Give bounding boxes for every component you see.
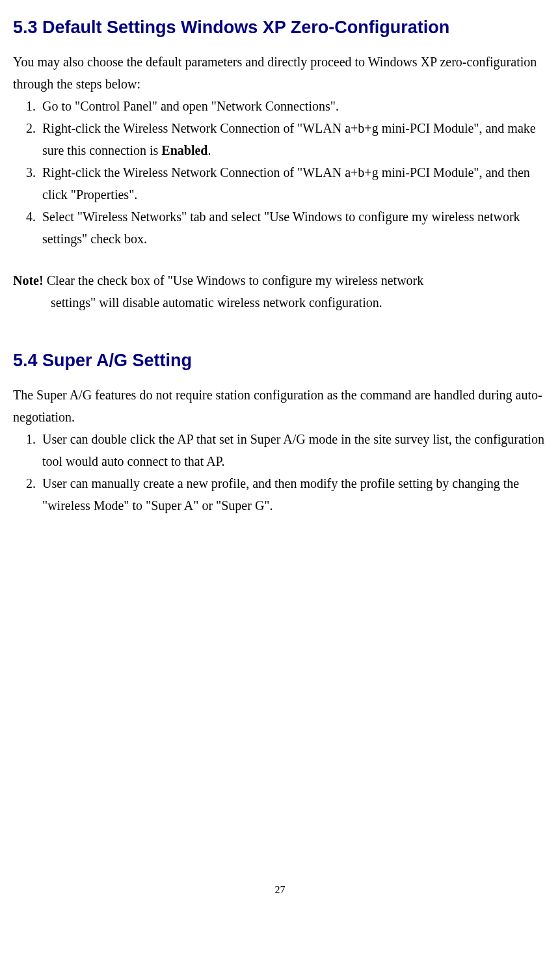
section-53-heading: 5.3 Default Settings Windows XP Zero-Con… — [13, 13, 547, 43]
list-item: Right-click the Wireless Network Connect… — [39, 161, 547, 206]
note-block: Note! Clear the check box of "Use Window… — [13, 269, 547, 314]
page-number: 27 — [13, 881, 547, 898]
list-item: User can double click the AP that set in… — [39, 428, 547, 472]
list-item: Go to "Control Panel" and open "Network … — [39, 95, 547, 117]
note-line2: settings" will disable automatic wireles… — [51, 291, 547, 314]
section-53-steps: Go to "Control Panel" and open "Network … — [13, 95, 547, 250]
section-54-steps: User can double click the AP that set in… — [13, 428, 547, 517]
step2-text: Right-click the Wireless Network Connect… — [42, 121, 536, 157]
list-item: Select "Wireless Networks" tab and selec… — [39, 206, 547, 250]
step2-bold: Enabled — [161, 143, 207, 157]
list-item: User can manually create a new profile, … — [39, 472, 547, 517]
section-54-heading: 5.4 Super A/G Setting — [13, 346, 547, 376]
step2-end: . — [207, 143, 211, 157]
section-53-intro: You may also choose the default paramete… — [13, 51, 547, 95]
note-label: Note! — [13, 273, 44, 288]
section-54-intro: The Super A/G features do not require st… — [13, 384, 547, 428]
note-line1: Clear the check box of "Use Windows to c… — [44, 273, 424, 288]
list-item: Right-click the Wireless Network Connect… — [39, 117, 547, 161]
